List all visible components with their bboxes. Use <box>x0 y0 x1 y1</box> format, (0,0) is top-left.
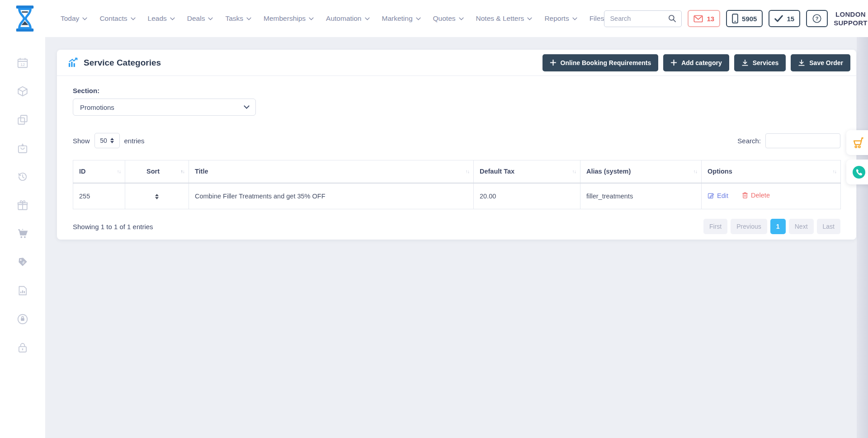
price-tag-icon[interactable]: $ <box>17 256 28 268</box>
nav-label: Tasks <box>225 14 243 23</box>
panel-header: Service Categories Online Booking Requir… <box>57 50 856 76</box>
cell-alias: filler_treatments <box>580 183 702 209</box>
column-header-title[interactable]: Title↑↓ <box>189 160 474 183</box>
pagination-first[interactable]: First <box>703 219 727 234</box>
calendar-icon[interactable]: 12 <box>17 57 28 69</box>
nav-reports[interactable]: Reports <box>544 14 577 23</box>
chevron-down-icon <box>131 17 136 20</box>
table-row: 255 Combine Filler Treatments and get 35… <box>73 183 841 209</box>
global-search <box>604 10 682 27</box>
chevron-down-icon <box>82 17 87 20</box>
search-icon[interactable] <box>668 14 677 23</box>
nav-automation[interactable]: Automation <box>326 14 369 23</box>
chevron-down-icon <box>416 17 421 20</box>
check-icon <box>774 15 783 22</box>
column-sort-asc-icon: ↑↓ <box>181 169 185 174</box>
pagination-previous[interactable]: Previous <box>731 219 767 234</box>
delete-link[interactable]: Delete <box>742 192 770 199</box>
lock-icon[interactable] <box>17 342 28 353</box>
help-icon: ? <box>812 14 822 24</box>
drag-handle-icon[interactable] <box>155 194 159 199</box>
page-length-select[interactable]: 50 <box>94 133 120 148</box>
button-label: Add category <box>681 59 722 66</box>
nav-label: Notes & Letters <box>476 14 524 23</box>
scrollbar-track[interactable] <box>857 37 868 438</box>
online-booking-requirements-button[interactable]: Online Booking Requirements <box>542 54 659 71</box>
user-badge-icon[interactable] <box>17 313 28 325</box>
chart-icon <box>68 57 78 68</box>
whatsapp-button[interactable] <box>846 160 868 184</box>
nav-notes-letters[interactable]: Notes & Letters <box>476 14 533 23</box>
nav-tasks[interactable]: Tasks <box>225 14 251 23</box>
save-order-button[interactable]: Save Order <box>791 54 850 71</box>
button-label: Services <box>753 59 779 66</box>
phone-badge[interactable]: 5905 <box>726 10 763 27</box>
column-header-id[interactable]: ID↑↓ <box>73 160 125 183</box>
column-label: Alias (system) <box>586 168 631 175</box>
pagination-next[interactable]: Next <box>789 219 814 234</box>
report-icon[interactable] <box>17 285 28 297</box>
user-name[interactable]: LONDON SUPPORT <box>834 10 868 28</box>
chevron-down-icon <box>459 17 464 20</box>
mail-count: 13 <box>707 15 714 23</box>
copy-icon[interactable] <box>17 114 28 126</box>
gift-icon[interactable] <box>17 199 28 211</box>
nav-memberships[interactable]: Memberships <box>264 14 314 23</box>
nav-label: Files <box>590 14 604 23</box>
task-count: 15 <box>787 15 794 23</box>
nav-deals[interactable]: Deals <box>187 14 213 23</box>
section-label: Section: <box>73 87 840 94</box>
nav-label: Quotes <box>433 14 456 23</box>
column-sort-icon: ↑↓ <box>117 169 121 174</box>
nav-quotes[interactable]: Quotes <box>433 14 464 23</box>
package-icon[interactable] <box>17 85 28 97</box>
column-sort-icon: ↑↓ <box>466 169 470 174</box>
nav-label: Today <box>61 14 79 23</box>
chevron-down-icon <box>365 17 370 20</box>
page-title: Service Categories <box>68 57 161 68</box>
nav-label: Leads <box>148 14 167 23</box>
cart-icon[interactable] <box>17 228 28 240</box>
main-nav: Today Contacts Leads Deals Tasks Members… <box>61 14 604 23</box>
content-area: Service Categories Online Booking Requir… <box>45 37 868 438</box>
section-select[interactable]: Promotions <box>73 99 256 116</box>
button-label: Online Booking Requirements <box>561 59 651 66</box>
pagination-page-1[interactable]: 1 <box>770 219 786 234</box>
nav-leads[interactable]: Leads <box>148 14 175 23</box>
nav-files[interactable]: Files <box>590 14 604 23</box>
cart-button[interactable] <box>846 130 868 155</box>
nav-label: Memberships <box>264 14 306 23</box>
mail-badge[interactable]: 13 <box>688 10 720 27</box>
left-sidebar: 12 $ <box>0 37 45 438</box>
history-icon[interactable] <box>17 171 28 183</box>
add-category-button[interactable]: Add category <box>663 54 729 71</box>
plus-icon <box>550 59 557 66</box>
services-button[interactable]: Services <box>734 54 786 71</box>
column-header-alias[interactable]: Alias (system)↑↓ <box>580 160 702 183</box>
shopping-bag-icon[interactable] <box>17 142 28 154</box>
column-header-options[interactable]: Options↑↓ <box>702 160 841 183</box>
page-title-text: Service Categories <box>84 58 161 68</box>
help-badge[interactable]: ? <box>806 10 828 27</box>
column-sort-icon: ↑↓ <box>833 169 837 174</box>
column-sort-icon: ↑↓ <box>693 169 698 174</box>
edit-link[interactable]: Edit <box>708 192 728 199</box>
tasks-badge[interactable]: 15 <box>769 10 800 27</box>
pagination-last[interactable]: Last <box>817 219 840 234</box>
nav-contacts[interactable]: Contacts <box>99 14 135 23</box>
chevron-down-icon <box>208 17 213 20</box>
table-search-input[interactable] <box>765 133 840 148</box>
column-header-sort[interactable]: Sort↑↓ <box>125 160 189 183</box>
app-logo[interactable] <box>14 5 36 32</box>
table-search-group: Search: <box>737 133 840 148</box>
nav-marketing[interactable]: Marketing <box>382 14 421 23</box>
column-label: Sort <box>146 168 160 175</box>
global-search-input[interactable] <box>609 14 668 23</box>
trash-icon <box>742 192 748 199</box>
table-footer: Showing 1 to 1 of 1 entries First Previo… <box>73 219 840 234</box>
column-header-default-tax[interactable]: Default Tax↑↓ <box>474 160 580 183</box>
phone-count: 5905 <box>742 15 757 23</box>
nav-today[interactable]: Today <box>61 14 87 23</box>
plus-icon <box>670 59 677 66</box>
page-length-value: 50 <box>100 137 107 144</box>
